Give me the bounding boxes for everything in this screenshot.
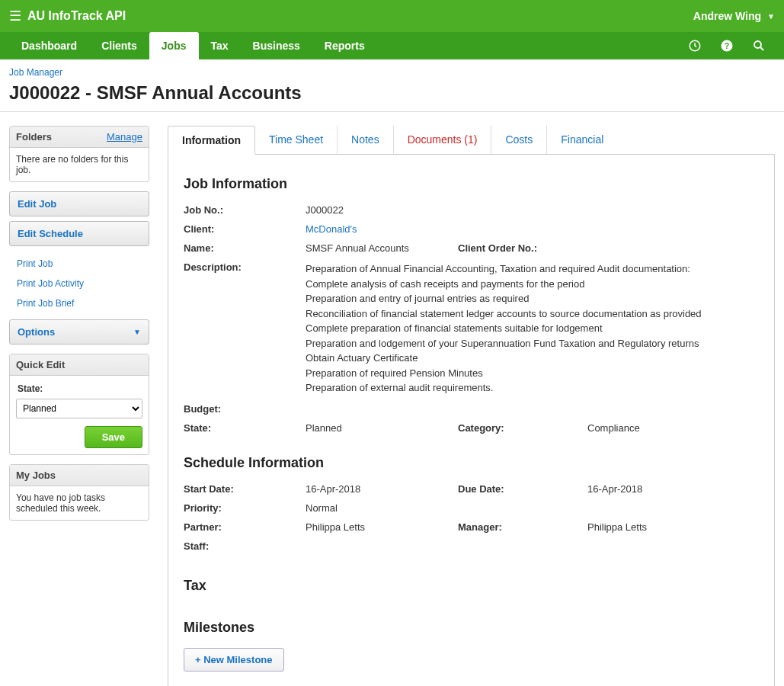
- print-job-brief-link[interactable]: Print Job Brief: [12, 293, 146, 313]
- options-label: Options: [18, 326, 55, 338]
- clock-icon[interactable]: [679, 39, 711, 53]
- tab-documents[interactable]: Documents (1): [394, 126, 492, 154]
- milestones-title: Milestones: [184, 620, 759, 636]
- partner-value: Philippa Letts: [306, 521, 458, 533]
- nav-tax[interactable]: Tax: [199, 32, 241, 59]
- nav-dashboard[interactable]: Dashboard: [9, 32, 89, 59]
- print-links: Print Job Print Job Activity Print Job B…: [9, 251, 149, 319]
- manage-folders-link[interactable]: Manage: [107, 131, 142, 143]
- search-icon[interactable]: [743, 39, 775, 53]
- quick-edit-panel: Quick Edit State: Planned Save: [9, 354, 149, 455]
- print-job-link[interactable]: Print Job: [12, 254, 146, 274]
- staff-label: Staff:: [184, 540, 306, 552]
- hamburger-icon[interactable]: ☰: [9, 8, 21, 24]
- edit-schedule-button[interactable]: Edit Schedule: [9, 221, 149, 246]
- edit-job-button[interactable]: Edit Job: [9, 191, 149, 216]
- priority-label: Priority:: [184, 502, 306, 514]
- tab-costs[interactable]: Costs: [491, 126, 547, 154]
- budget-value: [306, 403, 759, 415]
- partner-label: Partner:: [184, 521, 306, 533]
- start-date-label: Start Date:: [184, 483, 306, 495]
- help-icon[interactable]: ?: [711, 39, 743, 53]
- folders-panel: Folders Manage There are no folders for …: [9, 126, 149, 182]
- tab-notes[interactable]: Notes: [338, 126, 394, 154]
- client-order-label: Client Order No.:: [458, 242, 587, 254]
- due-date-label: Due Date:: [458, 483, 587, 495]
- svg-point-3: [754, 41, 761, 48]
- tab-time-sheet[interactable]: Time Sheet: [255, 126, 338, 154]
- save-button[interactable]: Save: [85, 426, 142, 448]
- start-date-value: 16-Apr-2018: [306, 483, 458, 495]
- job-info-title: Job Information: [184, 176, 759, 192]
- user-menu[interactable]: Andrew Wing ▼: [693, 10, 775, 22]
- category-value: Compliance: [587, 422, 759, 434]
- main-nav: Dashboard Clients Jobs Tax Business Repo…: [0, 32, 784, 59]
- tab-financial[interactable]: Financial: [547, 126, 617, 154]
- page-title: J000022 - SMSF Annual Accounts: [0, 81, 784, 111]
- my-jobs-panel: My Jobs You have no job tasks scheduled …: [9, 464, 149, 521]
- tab-information[interactable]: Information: [168, 126, 255, 155]
- nav-reports[interactable]: Reports: [312, 32, 377, 59]
- client-link[interactable]: McDonald's: [306, 223, 759, 235]
- top-bar: ☰ AU InfoTrack API Andrew Wing ▼: [0, 0, 784, 32]
- sidebar: Folders Manage There are no folders for …: [9, 126, 149, 686]
- state-row-value: Planned: [306, 422, 458, 434]
- nav-right: ?: [679, 32, 775, 59]
- breadcrumb: Job Manager: [0, 59, 784, 81]
- description-value: Preparation of Annual Financial Accounti…: [306, 261, 759, 396]
- staff-value: [306, 540, 759, 552]
- job-no-value: J000022: [306, 204, 759, 216]
- description-label: Description:: [184, 261, 306, 396]
- category-label: Category:: [458, 422, 587, 434]
- client-order-value: [587, 242, 759, 254]
- new-milestone-button[interactable]: + New Milestone: [184, 648, 284, 672]
- schedule-info-title: Schedule Information: [184, 455, 759, 471]
- tab-content: Job Information Job No.: J000022 Client:…: [168, 155, 775, 686]
- nav-business[interactable]: Business: [241, 32, 312, 59]
- nav-left: Dashboard Clients Jobs Tax Business Repo…: [9, 32, 377, 59]
- client-label: Client:: [184, 223, 306, 235]
- due-date-value: 16-Apr-2018: [587, 483, 759, 495]
- print-job-activity-link[interactable]: Print Job Activity: [12, 274, 146, 293]
- nav-clients[interactable]: Clients: [89, 32, 149, 59]
- options-dropdown[interactable]: Options ▼: [9, 319, 149, 345]
- chevron-down-icon: ▼: [767, 12, 775, 21]
- state-label: State:: [16, 382, 142, 399]
- quick-edit-title: Quick Edit: [16, 359, 65, 370]
- state-row-label: State:: [184, 422, 306, 434]
- budget-label: Budget:: [184, 403, 306, 415]
- name-value: SMSF Annual Accounts: [306, 242, 458, 254]
- folders-empty-text: There are no folders for this job.: [10, 148, 149, 181]
- breadcrumb-parent[interactable]: Job Manager: [9, 67, 62, 78]
- my-jobs-text: You have no job tasks scheduled this wee…: [10, 486, 149, 520]
- name-label: Name:: [184, 242, 306, 254]
- main-content: Information Time Sheet Notes Documents (…: [168, 126, 775, 686]
- my-jobs-title: My Jobs: [16, 470, 56, 481]
- user-name: Andrew Wing: [693, 10, 761, 22]
- state-select[interactable]: Planned: [16, 399, 142, 418]
- job-no-label: Job No.:: [184, 204, 306, 216]
- app-title: AU InfoTrack API: [27, 9, 126, 23]
- manager-value: Philippa Letts: [587, 521, 759, 533]
- folders-title: Folders: [16, 131, 52, 143]
- nav-jobs[interactable]: Jobs: [149, 32, 199, 59]
- svg-text:?: ?: [725, 41, 729, 50]
- tax-title: Tax: [184, 578, 759, 594]
- manager-label: Manager:: [458, 521, 587, 533]
- chevron-down-icon: ▼: [133, 328, 141, 336]
- priority-value: Normal: [306, 502, 759, 514]
- tabs: Information Time Sheet Notes Documents (…: [168, 126, 775, 155]
